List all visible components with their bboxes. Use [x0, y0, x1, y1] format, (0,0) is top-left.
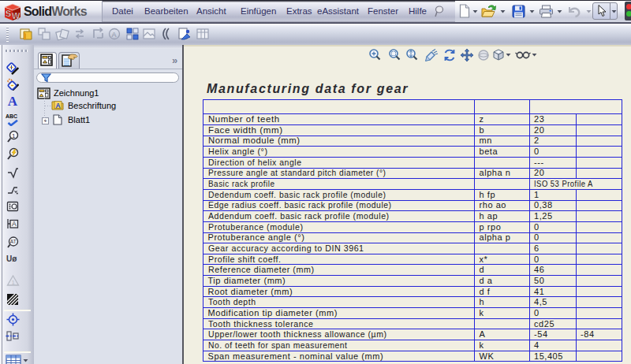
- svg-text:1: 1: [12, 280, 15, 285]
- svg-text:S: S: [6, 9, 11, 18]
- svg-text:A: A: [56, 102, 61, 110]
- svg-text:AT: AT: [10, 239, 17, 244]
- svg-text:A: A: [12, 220, 17, 228]
- svg-text:W: W: [12, 11, 21, 20]
- svg-text:A: A: [112, 31, 117, 39]
- svg-text:1: 1: [12, 132, 16, 139]
